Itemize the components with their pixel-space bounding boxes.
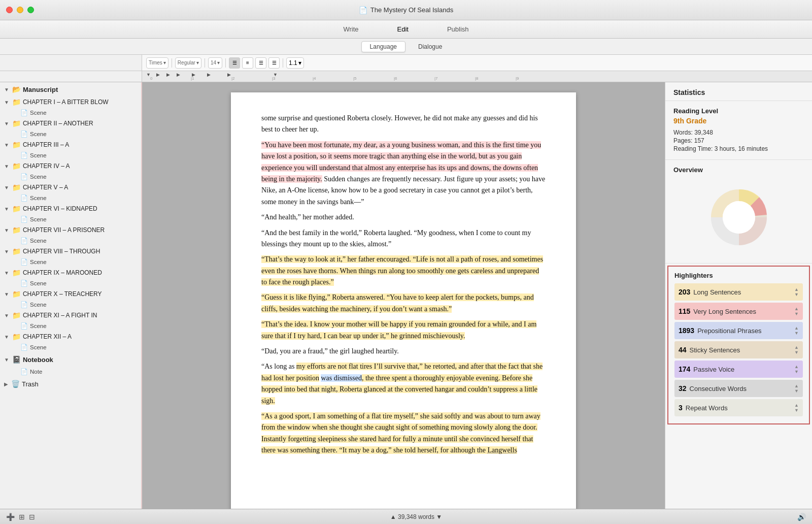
sidebar-ch2-scene[interactable]: 📄 Scene [0,129,141,139]
sidebar-chapter-7[interactable]: ▼ 📁 CHAPTER VII – A PRISONER [0,224,141,236]
sidebar-ch12-scene[interactable]: 📄 Scene [0,342,141,352]
highlighter-passive[interactable]: 174 Passive Voice ▲ ▼ [674,361,803,378]
grid-icon[interactable]: ⊟ [29,513,35,521]
manuscript-chevron: ▼ [4,87,9,92]
maximize-button[interactable] [27,7,34,13]
style-name: Regular [178,60,195,66]
sidebar-manuscript-root[interactable]: ▼ 📂 Manuscript [0,82,141,96]
ch8-scene-icon: 📄 [20,258,28,266]
language-button[interactable]: Language [361,41,405,52]
sidebar-chapter-3[interactable]: ▼ 📁 CHAPTER III – A [0,139,141,150]
indent-arrow-2[interactable]: ▶ [156,72,160,77]
minimize-button[interactable] [17,7,23,13]
sidebar-chapter-10[interactable]: ▼ 📁 CHAPTER X – TREACHERY [0,288,141,300]
ch5-scene-icon: 📄 [20,194,28,202]
long-sentences-down[interactable]: ▼ [794,292,799,297]
indent-arrow-4[interactable]: ▶ [177,72,180,77]
highlighter-consecutive[interactable]: 32 Consecutive Words ▲ ▼ [674,380,803,397]
sticky-down[interactable]: ▼ [794,350,799,355]
sidebar-chapter-2[interactable]: ▼ 📁 CHAPTER II – ANOTHER [0,118,141,129]
sidebar-chapter-12[interactable]: ▼ 📁 CHAPTER XII – A [0,331,141,342]
consecutive-up[interactable]: ▲ [794,384,799,388]
sidebar-ch3-scene[interactable]: 📄 Scene [0,150,141,160]
align-left-button[interactable]: ☰ [229,57,240,69]
sidebar-chapter-9[interactable]: ▼ 📁 CHAPTER IX – MAROONED [0,267,141,278]
speaker-icon[interactable]: 🔊 [797,513,806,521]
prepositional-arrows: ▲ ▼ [794,326,799,336]
highlighter-repeat[interactable]: 3 Repeat Words ▲ ▼ [674,399,803,416]
sidebar-ch7-scene[interactable]: 📄 Scene [0,236,141,246]
edit-button[interactable]: Edit [393,23,413,35]
align-right-button[interactable]: ☰ [255,57,266,69]
indent-arrow-7[interactable]: ▶ [227,72,231,77]
write-button[interactable]: Write [339,23,362,35]
word-count-up[interactable]: ▲ [390,513,396,520]
prepositional-up[interactable]: ▲ [794,326,799,331]
sidebar-ch6-scene[interactable]: 📄 Scene [0,214,141,224]
editor-page[interactable]: some surprise and questioned Roberta clo… [231,92,576,509]
divider-4 [283,58,283,68]
pages-stat: Pages: 157 [673,137,804,144]
ruler-mark-1: |1 [191,76,194,81]
highlighter-sticky[interactable]: 44 Sticky Sentences ▲ ▼ [674,341,803,358]
highlighter-prepositional[interactable]: 1893 Prepositional Phrases ▲ ▼ [674,322,803,339]
sidebar-ch11-scene[interactable]: 📄 Scene [0,321,141,331]
indent-arrow-6[interactable]: ▶ [207,72,211,77]
publish-button[interactable]: Publish [443,23,473,35]
prepositional-down[interactable]: ▼ [794,331,799,336]
sidebar-chapter-5[interactable]: ▼ 📁 CHAPTER V – A [0,182,141,193]
passive-down[interactable]: ▼ [794,370,799,374]
repeat-up[interactable]: ▲ [794,403,799,408]
sidebar-ch5-scene[interactable]: 📄 Scene [0,193,141,203]
align-center-button[interactable]: ≡ [242,57,253,69]
passive-up[interactable]: ▲ [794,365,799,369]
sidebar-ch4-scene[interactable]: 📄 Scene [0,172,141,182]
sidebar-chapter-8[interactable]: ▼ 📁 CHAPTER VIII – THROUGH [0,246,141,257]
sidebar-chapter-1[interactable]: ▼ 📁 CHAPTER I – A BITTER BLOW [0,96,141,108]
ruler-mark-0: 0 [150,76,152,81]
long-sentences-up[interactable]: ▲ [794,287,799,292]
highlighter-very-long-sentences[interactable]: 115 Very Long Sentences ▲ ▼ [674,303,803,320]
repeat-down[interactable]: ▼ [794,408,799,413]
style-select[interactable]: Regular ▾ [175,57,201,69]
highlighter-long-sentences[interactable]: 203 Long Sentences ▲ ▼ [674,283,803,301]
sidebar-ch1-scene[interactable]: 📄 Scene [0,108,141,118]
reading-level-value: 9th Grade [673,117,804,125]
very-long-sentences-down[interactable]: ▼ [794,312,799,316]
word-count-down[interactable]: ▼ [436,513,442,520]
sidebar-chapter-6[interactable]: ▼ 📁 CHAPTER VI – KIDNAPED [0,203,141,214]
editor-area[interactable]: some surprise and questioned Roberta clo… [142,82,665,509]
sidebar-notebook[interactable]: ▼ 📓 Notebook [0,352,141,367]
consecutive-arrows: ▲ ▼ [794,384,799,394]
indent-arrow-3[interactable]: ▶ [166,72,170,77]
ch4-scene-icon: 📄 [20,173,28,180]
sidebar-trash[interactable]: ▶ 🗑️ Trash [0,377,141,391]
ch2-label: CHAPTER II – ANOTHER [23,120,93,127]
passive-arrows: ▲ ▼ [794,365,799,374]
sidebar-chapter-4[interactable]: ▼ 📁 CHAPTER IV – A [0,160,141,172]
repeat-label: Repeat Words [686,404,728,412]
sidebar-ch9-scene[interactable]: 📄 Scene [0,278,141,288]
consecutive-down[interactable]: ▼ [794,389,799,394]
divider-1 [172,58,172,68]
sticky-up[interactable]: ▲ [794,345,799,350]
line-spacing-select[interactable]: 1.1 ▾ [286,57,304,69]
ruler-mark-3: |3 [272,76,276,81]
align-justify-button[interactable]: ☰ [268,57,280,69]
font-select[interactable]: Times ▾ [146,57,168,69]
size-select[interactable]: 14 ▾ [208,57,222,69]
sidebar-ch10-scene[interactable]: 📄 Scene [0,300,141,310]
sidebar-note[interactable]: 📄 Note [0,367,141,377]
paragraph-7: “Dad, you are a fraud,” the girl laughed… [261,346,546,357]
sidebar-chapter-11[interactable]: ▼ 📁 CHAPTER XI – A FIGHT IN [0,310,141,321]
ch9-scene-icon: 📄 [20,280,28,287]
close-button[interactable] [6,7,13,13]
add-document-icon[interactable]: ➕ [6,513,15,521]
ruler-mark-9: |9 [516,76,519,81]
sidebar-ch8-scene[interactable]: 📄 Scene [0,257,141,267]
highlighter-repeat-left: 3 Repeat Words [679,404,728,412]
ch7-scene-label: Scene [30,238,47,244]
very-long-sentences-up[interactable]: ▲ [794,307,799,311]
dialogue-button[interactable]: Dialogue [410,41,451,52]
split-view-icon[interactable]: ⊞ [19,513,25,521]
